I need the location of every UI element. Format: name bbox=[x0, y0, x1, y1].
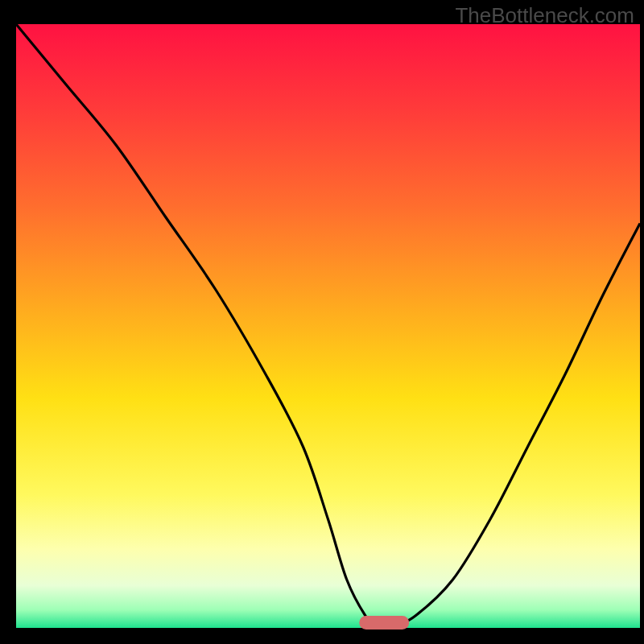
gradient-background bbox=[16, 24, 640, 628]
optimal-spot-marker bbox=[359, 616, 409, 630]
watermark-text: TheBottleneck.com bbox=[455, 3, 634, 28]
chart-svg bbox=[0, 0, 644, 644]
chart-container: TheBottleneck.com bbox=[0, 0, 644, 644]
